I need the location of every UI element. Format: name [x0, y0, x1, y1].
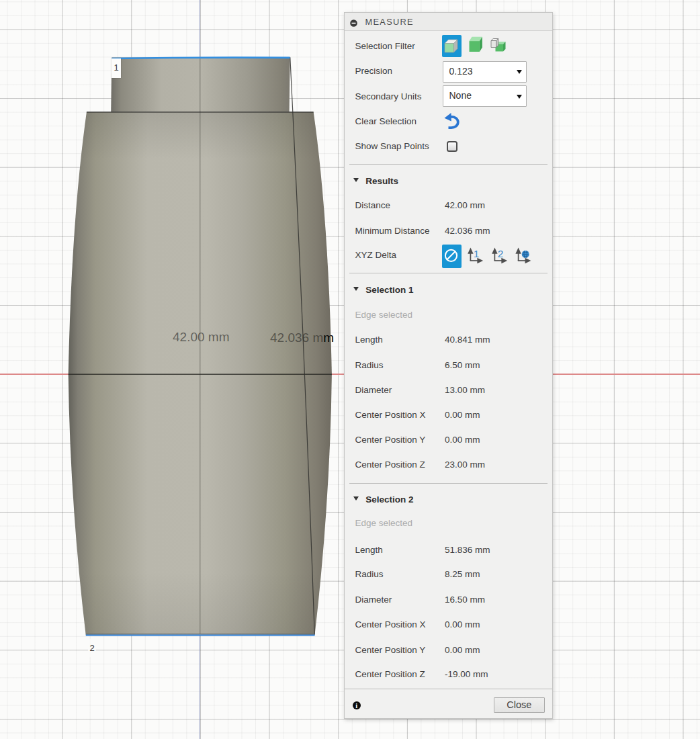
- svg-text:1: 1: [474, 248, 480, 259]
- svg-text:2: 2: [498, 248, 504, 259]
